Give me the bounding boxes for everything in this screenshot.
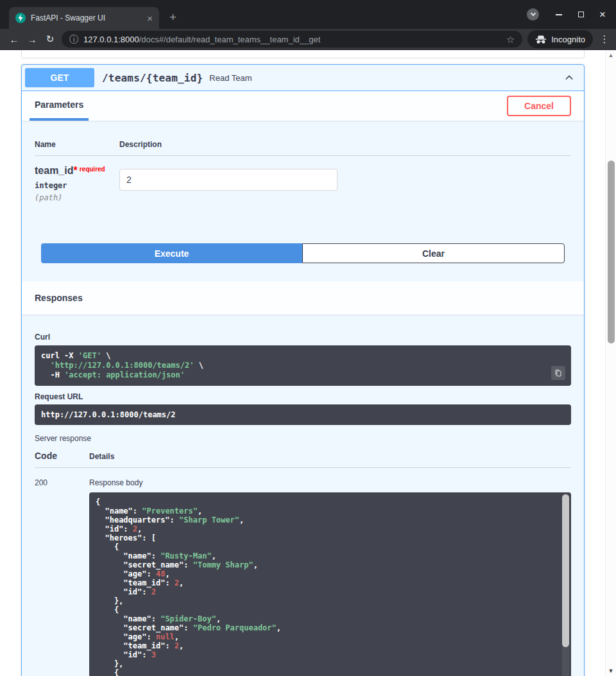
endpoint-summary: Read Team — [209, 73, 252, 83]
info-icon[interactable]: ⓘ — [69, 35, 78, 44]
cancel-button[interactable]: Cancel — [507, 96, 571, 116]
execute-row: Execute Clear — [22, 243, 584, 263]
fastapi-logo-icon — [15, 13, 26, 23]
server-response-label: Server response — [35, 434, 571, 443]
response-body-json: { "name": "Preventers", "headquarters": … — [96, 498, 556, 676]
request-url-value: http://127.0.0.1:8000/teams/2 — [35, 404, 571, 425]
new-tab-button[interactable]: + — [169, 11, 176, 23]
opblock-summary[interactable]: GET /teams/{team_id} Read Team — [22, 65, 584, 91]
response-scrollbar-thumb[interactable] — [562, 494, 569, 647]
curl-label: Curl — [35, 333, 571, 342]
menu-button[interactable]: ⋮ — [598, 33, 611, 45]
parameter-name-cell: team_id*required integer (path) — [35, 165, 119, 202]
response-scrollbar — [562, 494, 569, 676]
parameters-title: Parameters — [35, 100, 83, 110]
param-type: integer — [35, 181, 119, 190]
response-body-label: Response body — [89, 478, 571, 487]
parameter-row: team_id*required integer (path) — [35, 156, 571, 202]
scroll-up-arrow-icon[interactable]: ▲ — [606, 52, 616, 58]
incognito-badge: Incognito — [527, 30, 593, 48]
tab-search-button[interactable] — [527, 8, 539, 21]
url-text: 127.0.0.1:8000/docs#/default/read_team_t… — [83, 35, 501, 44]
tab-title: FastAPI - Swagger UI — [31, 13, 142, 22]
minimize-icon — [556, 14, 562, 15]
reload-button[interactable]: ↻ — [41, 30, 59, 48]
window-close-button[interactable]: × — [594, 6, 611, 23]
browser-toolbar: ← → ↻ ⓘ 127.0.0.1:8000/docs#/default/rea… — [0, 29, 616, 50]
chevron-up-icon — [564, 73, 574, 82]
param-value-input[interactable] — [119, 169, 338, 191]
opblock-get-teams: GET /teams/{team_id} Read Team Parameter… — [21, 64, 585, 676]
param-location: (path) — [35, 193, 119, 202]
incognito-label: Incognito — [551, 35, 585, 44]
forward-button[interactable]: → — [23, 30, 41, 48]
close-icon: × — [599, 9, 606, 20]
collapse-button[interactable] — [564, 73, 574, 82]
page: GET /teams/{team_id} Read Team Parameter… — [0, 50, 616, 676]
server-response-row: 200 Response body { "name": "Preventers"… — [35, 468, 571, 676]
required-asterisk: * — [73, 165, 77, 176]
responses-header: Responses — [22, 281, 584, 315]
browser-window: FastAPI - Swagger UI × + × ← → ↻ ⓘ 127.0… — [0, 0, 616, 676]
window-controls: × — [527, 0, 611, 29]
request-url-label: Request URL — [35, 392, 571, 401]
maximize-button[interactable] — [572, 6, 589, 23]
method-badge: GET — [25, 68, 94, 87]
page-scrollbar[interactable]: ▲ ▼ — [605, 50, 616, 676]
curl-command: curl -X 'GET' \ 'http://127.0.0.1:8000/t… — [41, 351, 565, 380]
clear-button[interactable]: Clear — [302, 243, 565, 263]
parameter-description-cell — [119, 165, 571, 202]
server-response-table-head: Code Details — [35, 451, 571, 468]
execute-button[interactable]: Execute — [41, 243, 302, 263]
incognito-icon — [535, 35, 547, 44]
curl-block: curl -X 'GET' \ 'http://127.0.0.1:8000/t… — [35, 345, 571, 386]
responses-title: Responses — [35, 293, 83, 303]
back-button[interactable]: ← — [5, 30, 23, 48]
copy-button[interactable] — [551, 366, 565, 380]
tab-parameters[interactable]: Parameters — [30, 91, 89, 121]
bookmark-star-icon[interactable]: ☆ — [506, 35, 515, 44]
responses-content: Curl curl -X 'GET' \ 'http://127.0.0.1:8… — [22, 315, 584, 676]
previous-section-edge — [21, 50, 585, 58]
scroll-down-arrow-icon[interactable]: ▼ — [606, 668, 616, 674]
tab-strip: FastAPI - Swagger UI × + × — [0, 0, 616, 29]
response-details-cell: Response body { "name": "Preventers", "h… — [89, 478, 571, 676]
param-name: team_id*required — [35, 165, 119, 177]
parameters-table: Name Description team_id*required intege… — [22, 121, 584, 202]
details-column-header: Details — [89, 452, 571, 461]
url-bar[interactable]: ⓘ 127.0.0.1:8000/docs#/default/read_team… — [62, 31, 522, 48]
code-column-header: Code — [35, 451, 89, 461]
browser-tab[interactable]: FastAPI - Swagger UI × — [9, 7, 159, 29]
name-column-header: Name — [35, 140, 119, 149]
page-scrollbar-thumb[interactable] — [608, 160, 615, 343]
description-column-header: Description — [119, 140, 571, 149]
required-label: required — [78, 166, 105, 173]
parameters-table-head: Name Description — [35, 140, 571, 156]
parameters-header: Parameters Cancel — [22, 91, 584, 121]
url-host: 127.0.0.1:8000 — [83, 35, 139, 44]
copy-icon — [554, 368, 563, 377]
page-content: GET /teams/{team_id} Read Team Parameter… — [0, 50, 605, 676]
status-code: 200 — [35, 478, 89, 676]
response-body-block: { "name": "Preventers", "headquarters": … — [89, 492, 571, 676]
tab-close-icon[interactable]: × — [147, 13, 153, 23]
endpoint-path: /teams/{team_id} — [94, 72, 209, 84]
url-path: /docs#/default/read_team_teams__team_id_… — [139, 35, 321, 44]
minimize-button[interactable] — [551, 6, 567, 23]
chevron-down-icon — [530, 11, 535, 16]
maximize-icon — [578, 12, 584, 17]
